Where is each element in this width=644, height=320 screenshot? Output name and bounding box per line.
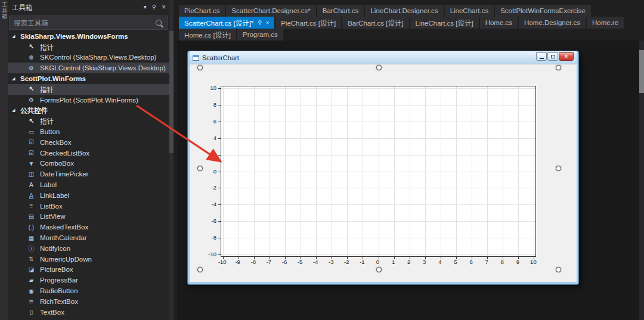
toolbox-item[interactable]: ☑CheckedListBox (8, 148, 169, 159)
toolbox-item[interactable]: ⓘNotifyIcon (8, 243, 169, 254)
tab-label: LineChart.Designer.cs (370, 7, 438, 14)
search-icon[interactable] (156, 20, 162, 26)
x-tick-label: -5 (298, 259, 302, 265)
x-tick-label: 4 (438, 259, 441, 265)
designer-form[interactable]: ScatterChart × 1086420-2-4-6-8-10 -10-9-… (188, 51, 578, 284)
toolbox-item[interactable]: ≣RichTextBox (8, 296, 169, 307)
tab-label: LineChart.cs [设计] (416, 18, 473, 27)
selection-handle[interactable] (556, 267, 561, 272)
toolbox-item[interactable]: (.)MaskedTextBox (8, 222, 169, 232)
selection-handle[interactable] (556, 166, 561, 171)
document-tab[interactable]: LineChart.cs [设计] (410, 17, 479, 29)
y-tick-label: -4 (212, 201, 216, 207)
toolbox-item[interactable]: ⚙FormsPlot (ScottPlot.WinForms) (8, 95, 169, 105)
close-icon[interactable]: × (266, 20, 269, 26)
selection-handle[interactable] (197, 267, 203, 272)
y-tick-label: 4 (213, 134, 216, 141)
pin-icon[interactable]: ⚲ (258, 20, 262, 26)
toolbox-item[interactable]: ▭ToolTip (8, 318, 169, 320)
designer-scrollbar-thumb[interactable] (639, 50, 644, 93)
toolbox-item[interactable]: ↖指针 (8, 84, 169, 95)
toolbox-group[interactable]: ◢公共控件 (8, 105, 169, 116)
document-tab[interactable]: LineChart.cs (445, 5, 494, 17)
pin-icon[interactable]: ⚲ (152, 4, 156, 10)
selection-handle[interactable] (376, 65, 382, 70)
document-tab[interactable]: Home.cs (480, 17, 518, 29)
toolbox-item[interactable]: ☑CheckBox (8, 137, 169, 148)
toolbox-scrollbar-thumb[interactable] (169, 31, 174, 153)
selection-handle[interactable] (197, 166, 203, 171)
selection-handle[interactable] (556, 65, 561, 70)
toolbox-item[interactable]: ◉RadioButton (8, 285, 169, 296)
gridline (221, 238, 535, 238)
x-tick-label: 10 (530, 259, 537, 265)
toolbox-item[interactable]: ▰ProgressBar (8, 275, 169, 285)
toolbox-item[interactable]: ◪PictureBox (8, 265, 169, 275)
x-tick-label: 3 (423, 259, 426, 265)
document-tab[interactable]: BarChart.cs (317, 5, 364, 17)
listview-icon: ▤ (27, 213, 36, 220)
document-tab[interactable]: Home.re (587, 17, 624, 29)
toolbox-item-label: ComboBox (40, 160, 74, 167)
tab-label: Program.cs (243, 31, 278, 38)
pointer-icon: ↖ (27, 117, 36, 125)
toolbox-item[interactable]: ↖指针 (8, 116, 169, 126)
toolbox-item-label: MonthCalendar (40, 234, 87, 241)
document-tab[interactable]: Home.Designer.cs (519, 17, 586, 29)
toolbox-item[interactable]: ALinkLabel (8, 190, 169, 201)
selection-handle[interactable] (197, 65, 203, 70)
toolbox-item[interactable]: ⚙SKControl (SkiaSharp.Views.Desktop) (8, 52, 169, 63)
toolbox-group[interactable]: ◢SkiaSharp.Views.WindowsForms (8, 31, 169, 42)
toolbox-scrollbar[interactable] (169, 0, 174, 320)
toolbox-item[interactable]: ◫DateTimePicker (8, 169, 169, 179)
toolbox-item-label: SKControl (SkiaSharp.Views.Desktop) (40, 54, 156, 61)
expander-icon: ◢ (12, 76, 19, 81)
linklabel-icon: A (27, 192, 36, 199)
document-tab[interactable]: PieChart.cs (179, 5, 225, 17)
maximize-icon (551, 55, 555, 58)
toolbox-item[interactable]: ▦MonthCalendar (8, 232, 169, 243)
toolbox-item[interactable]: ≡ListBox (8, 201, 169, 212)
document-tab[interactable]: PieChart.cs [设计] (275, 17, 341, 29)
toolbox-item[interactable]: ⇅NumericUpDown (8, 254, 169, 265)
form-titlebar[interactable]: ScatterChart × (190, 51, 577, 64)
minimize-button[interactable] (536, 52, 547, 61)
tab-row-1: PieChart.csScatterChart.Designer.cs*BarC… (179, 5, 644, 17)
selection-handle[interactable] (376, 267, 382, 272)
toolbox-group[interactable]: ◢ScottPlot.WinForms (8, 73, 169, 84)
numericupdown-icon: ⇅ (27, 256, 36, 262)
toolbox-item-label: ProgressBar (40, 276, 78, 284)
y-tick-label: 6 (213, 117, 216, 124)
designer-scrollbar[interactable] (639, 41, 644, 320)
document-tab[interactable]: BarChart.cs [设计] (342, 17, 408, 29)
x-tick-label: 7 (485, 259, 488, 265)
chevron-down-icon[interactable]: ▾ (144, 4, 147, 10)
toolbox-item[interactable]: ▤ListView (8, 212, 169, 222)
document-tab[interactable]: Home.cs [设计] (179, 29, 236, 41)
scatter-chart-control[interactable]: 1086420-2-4-6-8-10 -10-9-8-7-6-5-4-3-2-1… (200, 68, 558, 270)
close-button[interactable]: × (559, 52, 574, 61)
document-tab[interactable]: LineChart.Designer.cs (365, 5, 443, 17)
minimize-icon (540, 58, 544, 59)
toolbox-item[interactable]: ↖指针 (8, 42, 169, 52)
toolbox-item[interactable]: ALabel (8, 179, 169, 190)
toolbox-search-input[interactable]: 搜索工具箱 (9, 15, 168, 30)
toolbox-item-label: PictureBox (40, 266, 73, 273)
document-tab[interactable]: ScatterChart.cs [设计]*⚲× (179, 17, 274, 29)
toolbox-item[interactable]: ▭Button (8, 126, 169, 137)
maximize-button[interactable] (547, 52, 558, 61)
tab-label: ScatterChart.Designer.cs* (231, 7, 310, 14)
tick-mark (218, 238, 221, 238)
document-tab[interactable]: ScottPlotWinFormsExercise (495, 5, 591, 17)
toolbox-item[interactable]: ▼ComboBox (8, 159, 169, 169)
toolbox-item[interactable]: ⚙SKGLControl (SkiaSharp.Views.Desktop) (8, 63, 169, 73)
x-tick-label: 0 (376, 259, 379, 265)
y-tick-label: -8 (212, 234, 216, 241)
document-tab[interactable]: Program.cs (237, 29, 283, 41)
tab-row-2: ScatterChart.cs [设计]*⚲×PieChart.cs [设计]B… (179, 17, 644, 29)
toolbox-titlebar[interactable]: 工具箱 ▾ ⚲ × (8, 0, 169, 14)
document-tab[interactable]: ScatterChart.Designer.cs* (226, 5, 315, 17)
close-icon[interactable]: × (162, 4, 166, 10)
x-tick-label: 5 (454, 259, 457, 265)
toolbox-item[interactable]: ▯TextBox (8, 307, 169, 318)
